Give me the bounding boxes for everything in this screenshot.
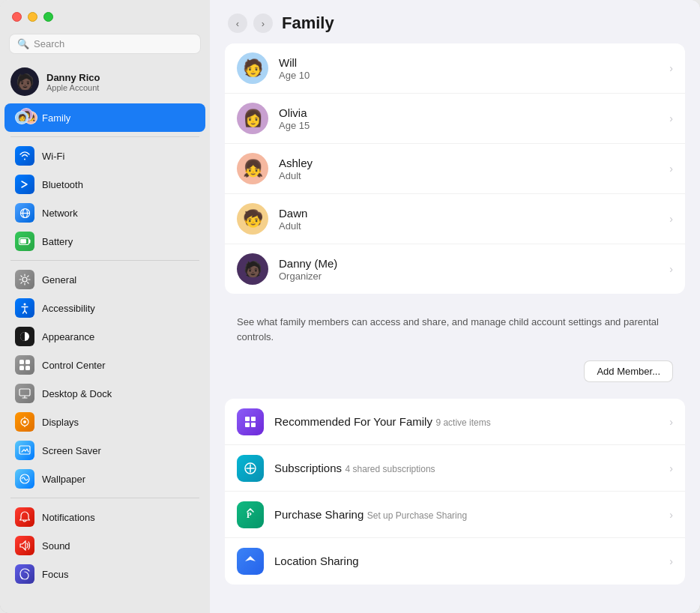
traffic-lights (0, 0, 210, 29)
wallpaper-icon (15, 469, 34, 489)
subscriptions-icon (237, 455, 264, 482)
account-section[interactable]: 🧑🏿 Danny Rico Apple Account (0, 61, 210, 103)
feature-row-subscriptions[interactable]: Subscriptions 4 shared subscriptions › (225, 445, 685, 492)
recommended-icon (237, 408, 264, 435)
member-row-olivia[interactable]: 👩 Olivia Age 15 › (225, 94, 685, 144)
svg-rect-22 (245, 417, 250, 421)
purchase-icon: P (237, 501, 264, 528)
sidebar-item-controlcenter[interactable]: Control Center (4, 351, 205, 379)
close-button[interactable] (12, 12, 22, 22)
member-row-danny[interactable]: 🧑🏿 Danny (Me) Organizer › (225, 244, 685, 294)
controlcenter-icon (15, 355, 34, 375)
chevron-ashley: › (669, 163, 673, 175)
feature-row-purchase[interactable]: P Purchase Sharing Set up Purchase Shari… (225, 492, 685, 538)
settings-window: 🔍 Search 🧑🏿 Danny Rico Apple Account 🧑 👩… (0, 0, 700, 613)
chevron-subscriptions: › (669, 462, 673, 474)
member-name-ashley: Ashley (279, 157, 659, 169)
svg-rect-12 (25, 366, 30, 370)
avatar-will: 🧑 (237, 52, 268, 84)
member-row-dawn[interactable]: 🧒 Dawn Adult › (225, 194, 685, 244)
account-info: Danny Rico Apple Account (46, 72, 100, 92)
desktop-icon (15, 384, 34, 403)
notifications-icon (15, 507, 34, 527)
chevron-will: › (669, 62, 673, 74)
member-row-will[interactable]: 🧑 Will Age 10 › (225, 43, 685, 94)
accessibility-icon (15, 298, 34, 318)
svg-rect-10 (25, 360, 30, 364)
feature-name-subscriptions: Subscriptions (274, 462, 342, 474)
features-card: Recommended For Your Family 9 active ite… (225, 399, 685, 585)
feature-row-recommended[interactable]: Recommended For Your Family 9 active ite… (225, 399, 685, 445)
feature-row-location[interactable]: Location Sharing › (225, 538, 685, 585)
member-name-will: Will (279, 56, 659, 69)
maximize-button[interactable] (43, 12, 53, 22)
sidebar-item-label-desktop: Desktop & Dock (42, 388, 112, 399)
sidebar-item-label-battery: Battery (42, 236, 73, 247)
network-icon (15, 203, 34, 223)
search-box[interactable]: 🔍 Search (9, 34, 201, 54)
member-row-ashley[interactable]: 👧 Ashley Adult › (225, 144, 685, 194)
member-info-danny: Danny (Me) Organizer (279, 257, 659, 282)
sidebar-item-label-family: Family (42, 112, 70, 124)
sidebar-item-label-network: Network (42, 208, 78, 219)
sidebar-divider-3 (10, 498, 199, 498)
member-role-dawn: Adult (279, 220, 659, 232)
member-info-ashley: Ashley Adult (279, 157, 659, 181)
sidebar-item-accessibility[interactable]: Accessibility (4, 294, 205, 322)
member-role-will: Age 10 (279, 70, 659, 81)
sidebar-item-network[interactable]: Network (4, 199, 205, 227)
sidebar-item-label-accessibility: Accessibility (42, 303, 95, 314)
content-scroll: 🧑 Will Age 10 › 👩 Olivia Age 15 › (210, 43, 700, 613)
feature-name-purchase: Purchase Sharing (274, 508, 363, 521)
general-icon (15, 270, 34, 289)
feature-sub-recommended: 9 active items (435, 417, 490, 428)
feature-name-location: Location Sharing (274, 555, 359, 567)
feature-info-purchase: Purchase Sharing Set up Purchase Sharing (274, 508, 659, 522)
sidebar-item-desktop[interactable]: Desktop & Dock (4, 379, 205, 408)
forward-button[interactable]: › (253, 13, 273, 33)
sidebar-item-focus[interactable]: Focus (4, 560, 205, 588)
chevron-purchase: › (669, 509, 673, 521)
sidebar-item-notifications[interactable]: Notifications (4, 503, 205, 531)
svg-rect-5 (20, 239, 26, 244)
account-avatar: 🧑🏿 (10, 67, 39, 96)
sidebar-item-wifi[interactable]: Wi-Fi (4, 142, 205, 170)
feature-info-recommended: Recommended For Your Family 9 active ite… (274, 415, 659, 429)
sidebar-item-label-wallpaper: Wallpaper (42, 474, 85, 485)
sidebar-item-label-notifications: Notifications (42, 512, 95, 523)
minimize-button[interactable] (28, 12, 37, 22)
search-placeholder: Search (34, 38, 64, 49)
chevron-dawn: › (669, 213, 673, 225)
sound-icon (15, 536, 34, 555)
sidebar-item-displays[interactable]: Displays (4, 408, 205, 436)
sidebar-item-bluetooth[interactable]: Bluetooth (4, 170, 205, 199)
sidebar-item-label-displays: Displays (42, 417, 79, 428)
sidebar-item-label-focus: Focus (42, 569, 68, 580)
sidebar-item-appearance[interactable]: Appearance (4, 322, 205, 351)
sidebar-item-label-wifi: Wi-Fi (42, 151, 64, 162)
svg-rect-13 (19, 389, 30, 396)
svg-point-17 (23, 420, 26, 423)
wifi-icon (15, 146, 34, 166)
back-button[interactable]: ‹ (228, 13, 247, 33)
chevron-location: › (669, 555, 673, 567)
description-section: See what family members can access and s… (225, 306, 685, 393)
sidebar-item-battery[interactable]: Battery (4, 227, 205, 256)
add-member-button[interactable]: Add Member... (584, 360, 673, 382)
feature-info-location: Location Sharing (274, 555, 659, 568)
sidebar-item-general[interactable]: General (4, 265, 205, 294)
member-role-danny: Organizer (279, 271, 659, 282)
location-icon (237, 548, 264, 575)
member-info-dawn: Dawn Adult (279, 207, 659, 232)
sidebar-item-label-sound: Sound (42, 540, 70, 552)
feature-sub-subscriptions: 4 shared subscriptions (346, 464, 435, 474)
sidebar-item-sound[interactable]: Sound (4, 531, 205, 560)
sidebar-item-wallpaper[interactable]: Wallpaper (4, 465, 205, 493)
sidebar-item-family[interactable]: 🧑 👩 👧 Family (4, 103, 205, 132)
feature-sub-purchase: Set up Purchase Sharing (367, 510, 467, 521)
chevron-danny: › (669, 263, 673, 275)
sidebar-item-screensaver[interactable]: Screen Saver (4, 436, 205, 465)
page-title: Family (282, 13, 334, 33)
feature-name-recommended: Recommended For Your Family (274, 415, 432, 428)
sidebar-item-label-general: General (42, 274, 76, 286)
